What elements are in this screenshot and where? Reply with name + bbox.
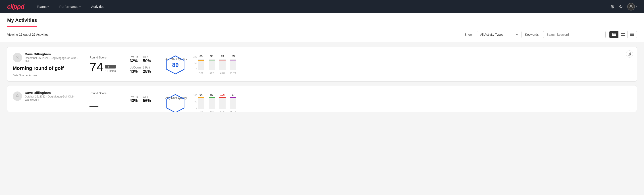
grid-view-button[interactable] <box>618 31 628 38</box>
gir-stat: GIR 50% <box>143 56 155 63</box>
bar-ott: 85 OTT <box>198 55 204 74</box>
svg-rect-11 <box>630 35 634 36</box>
navbar: clippd Teams ▾ Performance ▾ Activities … <box>0 0 644 14</box>
avg-shot-quality-section: Avg Shot Quality 100 50 0 <box>160 91 631 107</box>
y-axis-100: 100 <box>191 56 197 58</box>
list-compact-view-button[interactable] <box>610 31 618 38</box>
svg-point-0 <box>630 5 632 7</box>
up-down-stat: Up/Down 43% <box>130 66 141 74</box>
user-info: Dave Billingham October 16, 2021 · Gog M… <box>25 91 78 101</box>
card-user: Dave Billingham October 16, 2021 · Gog M… <box>13 91 78 101</box>
avatar <box>627 3 635 10</box>
search-input[interactable] <box>543 31 606 38</box>
nav-icons: ⊕ ↻ ▾ <box>610 3 637 10</box>
score-value <box>90 96 98 107</box>
svg-rect-6 <box>623 33 625 34</box>
round-score-section: Round Score <box>84 91 124 107</box>
bar-arg: 89 ARG <box>219 55 226 74</box>
activity-type-select[interactable]: All Activity Types Golf Round Practice S… <box>477 31 522 38</box>
svg-rect-5 <box>621 33 623 34</box>
chevron-down-icon: ▾ <box>80 5 80 8</box>
user-name: Dave Billingham <box>25 52 78 56</box>
svg-rect-2 <box>612 34 616 34</box>
bar-putt: 87 PUTT <box>230 93 236 112</box>
gir-stat: GIR 56% <box>143 95 155 103</box>
shot-quality-hexagon <box>165 94 186 112</box>
user-meta: October 16, 2021 · Gog Magog Golf Club ·… <box>25 95 78 101</box>
user-name: Dave Billingham <box>25 91 78 94</box>
page-header: My Activities <box>0 14 644 27</box>
chevron-down-icon: ▾ <box>48 5 49 8</box>
activity-card: Dave Billingham October 16, 2021 · Gog M… <box>7 85 637 112</box>
round-score-section: Round Score 74 +4 18 Holes <box>84 52 124 77</box>
keywords-label: Keywords: <box>525 33 540 36</box>
nav-item-activities[interactable]: Activities <box>90 0 106 14</box>
nav-item-performance[interactable]: Performance ▾ <box>58 0 82 14</box>
one-putt-stat: 1 Putt 28% <box>143 66 155 74</box>
nav-teams-label: Teams <box>36 5 46 8</box>
bar-app: 82 APP <box>209 93 215 112</box>
avatar-button[interactable]: ▾ <box>627 3 637 10</box>
shot-quality-hexagon: 89 <box>165 55 186 75</box>
svg-rect-9 <box>630 33 634 34</box>
svg-rect-8 <box>623 35 625 36</box>
shot-quality-number: 89 <box>172 62 179 68</box>
refresh-button[interactable]: ↻ <box>619 4 623 10</box>
user-meta: December 05, 2021 · Gog Magog Golf Club … <box>25 56 78 63</box>
filter-bar: Viewing 12 out of 29 Activities Show: Al… <box>0 27 644 42</box>
avatar <box>13 92 22 101</box>
logo[interactable]: clippd <box>7 3 24 10</box>
list-detail-view-button[interactable] <box>628 31 637 38</box>
add-button[interactable]: ⊕ <box>610 4 614 10</box>
nav-performance-label: Performance <box>59 5 78 8</box>
nav-item-teams[interactable]: Teams ▾ <box>35 0 50 14</box>
avatar <box>13 53 22 62</box>
svg-rect-1 <box>612 33 616 34</box>
round-score-label: Round Score <box>90 56 119 59</box>
y-axis-0: 0 <box>191 68 197 70</box>
bar-putt: 89 PUTT <box>230 55 236 74</box>
card-user-section: Dave Billingham October 16, 2021 · Gog M… <box>13 91 84 107</box>
card-user: Dave Billingham December 05, 2021 · Gog … <box>13 52 78 63</box>
avg-shot-quality-section: Avg Shot Quality 89 1 <box>160 52 631 77</box>
fw-hit-stat: FW Hit 62% <box>130 56 141 63</box>
page-title: My Activities <box>7 18 37 27</box>
svg-rect-10 <box>630 34 634 34</box>
nav-activities-label: Activities <box>91 5 104 8</box>
stats-section: FW Hit 62% GIR 50% Up/Down 43% 1 Putt 28… <box>124 52 160 77</box>
svg-marker-15 <box>167 94 184 112</box>
svg-rect-4 <box>612 33 612 36</box>
fw-hit-stat: FW Hit 43% <box>130 95 141 103</box>
y-axis-50: 50 <box>191 62 197 64</box>
view-toggles <box>609 31 637 38</box>
stats-section: FW Hit 43% GIR 56% <box>124 91 160 107</box>
bar-app: 90 APP <box>209 55 215 74</box>
data-source: Data Source: Arccos <box>13 74 78 77</box>
score-value: 74 <box>90 61 103 74</box>
bar-ott: 94 OTT <box>198 93 204 112</box>
card-user-section: Dave Billingham December 05, 2021 · Gog … <box>13 52 84 77</box>
svg-point-12 <box>16 56 18 57</box>
show-label: Show: <box>464 33 473 36</box>
svg-point-14 <box>16 94 18 96</box>
chevron-down-icon: ▾ <box>636 6 637 8</box>
round-score-label: Round Score <box>90 92 119 95</box>
activities-list: Dave Billingham December 05, 2021 · Gog … <box>0 42 644 116</box>
activity-title: Morning round of golf <box>13 65 78 71</box>
holes-text: 18 Holes <box>105 70 116 72</box>
svg-rect-3 <box>612 35 616 36</box>
user-info: Dave Billingham December 05, 2021 · Gog … <box>25 52 78 63</box>
activity-card: Dave Billingham December 05, 2021 · Gog … <box>7 47 637 82</box>
viewing-count-text: Viewing 12 out of 29 Activities <box>7 33 461 36</box>
score-badge: +4 <box>105 65 116 68</box>
svg-rect-7 <box>621 35 623 36</box>
bar-arg: 106 ARG <box>219 93 226 112</box>
